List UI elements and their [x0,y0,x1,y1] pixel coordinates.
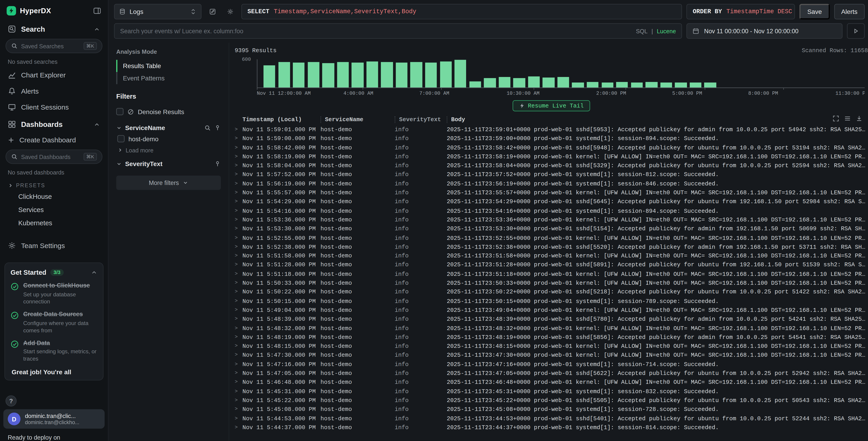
row-expand-icon[interactable]: > [235,179,243,188]
event-search-input[interactable] [120,28,632,34]
edit-source-button[interactable] [206,4,219,19]
row-expand-icon[interactable]: > [235,423,243,432]
table-row[interactable]: >Nov 11 5:48:39.000 PMhost-demoinfo2025-… [235,315,868,324]
get-started-header[interactable]: Get Started 3/3 [10,269,97,276]
order-by-input[interactable]: ORDER BY TimestampTime DESC [686,4,795,19]
column-header-service-name[interactable]: ServiceName [320,116,395,123]
sidebar-section-dashboards[interactable]: Dashboards [0,115,108,133]
histogram-bar[interactable] [322,63,334,87]
row-expand-icon[interactable]: > [235,396,243,405]
column-header-severity-text[interactable]: SeverityText [395,116,447,123]
mode-results-table[interactable]: Results Table [116,60,221,72]
histogram-bar[interactable] [351,63,364,88]
save-button[interactable]: Save [800,4,830,19]
table-row[interactable]: >Nov 11 5:45:22.000 PMhost-demoinfo2025-… [235,396,868,405]
histogram-bar[interactable] [308,62,319,88]
chevron-up-icon[interactable] [94,26,100,32]
row-expand-icon[interactable]: > [235,306,243,315]
row-expand-icon[interactable]: > [235,297,243,306]
histogram-bar[interactable] [469,82,481,87]
run-query-button[interactable] [847,23,865,39]
histogram-bar[interactable] [410,62,423,88]
row-expand-icon[interactable]: > [235,405,243,414]
table-row[interactable]: >Nov 11 5:58:04.000 PMhost-demoinfo2025-… [235,161,868,170]
sidebar-item-team-settings[interactable]: Team Settings [0,238,108,254]
histogram-bar[interactable] [601,83,613,87]
table-row[interactable]: >Nov 11 5:54:16.000 PMhost-demoinfo2025-… [235,206,868,215]
histogram-bar[interactable] [616,82,628,87]
table-row[interactable]: >Nov 11 5:57:52.000 PMhost-demoinfo2025-… [235,170,868,179]
histogram-bar[interactable] [396,63,408,88]
facet-option-host-demo[interactable]: host-demo [117,133,221,144]
histogram-bar[interactable] [499,77,510,87]
get-started-item[interactable]: Connect to ClickHouse Set up your databa… [10,282,97,305]
time-range-picker[interactable]: Nov 11 00:00:00 - Nov 12 00:00:00 [686,23,843,39]
user-menu[interactable]: D dominic.tran@clic... dominic.tran@clic… [3,409,105,429]
histogram-bar[interactable] [293,63,305,87]
table-row[interactable]: >Nov 11 5:49:04.000 PMhost-demoinfo2025-… [235,306,868,315]
row-expand-icon[interactable]: > [235,342,243,351]
histogram-bar[interactable] [528,77,540,88]
language-lucene-option[interactable]: Lucene [657,28,676,34]
sidebar-item-client-sessions[interactable]: Client Sessions [0,99,108,115]
histogram-bar[interactable] [631,83,643,87]
table-row[interactable]: >Nov 11 5:47:05.000 PMhost-demoinfo2025-… [235,369,868,378]
row-expand-icon[interactable]: > [235,152,243,161]
table-row[interactable]: >Nov 11 5:50:15.000 PMhost-demoinfo2025-… [235,297,868,306]
histogram-bar[interactable] [704,82,716,87]
histogram-bar[interactable] [381,62,393,88]
histogram-bar[interactable] [690,83,702,87]
row-expand-icon[interactable]: > [235,188,243,198]
expand-icon[interactable] [833,115,839,122]
load-more-button[interactable]: Load more [117,145,221,153]
more-filters-button[interactable]: More filters [116,176,221,190]
get-started-item[interactable]: Create Data Sources Configure where your… [10,311,97,333]
row-expand-icon[interactable]: > [235,288,243,297]
chevron-down-icon[interactable] [116,161,122,167]
denoise-checkbox[interactable] [116,108,124,115]
histogram-bar[interactable] [660,83,672,87]
facet-search-icon[interactable] [204,125,211,131]
table-row[interactable]: >Nov 11 5:52:55.000 PMhost-demoinfo2025-… [235,234,868,243]
preset-item-services[interactable]: Services [0,203,108,216]
saved-dashboards-field[interactable] [21,153,80,160]
row-expand-icon[interactable]: > [235,333,243,342]
source-settings-button[interactable] [224,4,237,19]
table-row[interactable]: >Nov 11 5:59:00.000 PMhost-demoinfo2025-… [235,134,868,143]
table-row[interactable]: >Nov 11 5:52:38.000 PMhost-demoinfo2025-… [235,242,868,252]
histogram-bar[interactable] [337,62,349,88]
table-row[interactable]: >Nov 11 5:46:48.000 PMhost-demoinfo2025-… [235,378,868,387]
pin-icon[interactable] [214,160,221,167]
table-row[interactable]: >Nov 11 5:45:31.000 PMhost-demoinfo2025-… [235,387,868,396]
histogram-bar[interactable] [513,78,525,87]
preset-item-kubernetes[interactable]: Kubernetes [0,217,108,230]
histogram-bar[interactable] [542,78,554,87]
saved-searches-input[interactable]: ⌘K [5,39,102,53]
table-row[interactable]: >Nov 11 5:44:53.000 PMhost-demoinfo2025-… [235,414,868,423]
sidebar-item-alerts[interactable]: Alerts [0,83,108,99]
row-expand-icon[interactable]: > [235,378,243,387]
row-expand-icon[interactable]: > [235,387,243,396]
alerts-button[interactable]: Alerts [834,4,865,19]
table-row[interactable]: >Nov 11 5:45:08.000 PMhost-demoinfo2025-… [235,405,868,414]
table-row[interactable]: >Nov 11 5:47:30.000 PMhost-demoinfo2025-… [235,351,868,360]
resume-live-tail-button[interactable]: Resume Live Tail [512,100,590,111]
row-expand-icon[interactable]: > [235,197,243,206]
saved-dashboards-input[interactable]: ⌘K [5,149,102,164]
histogram-bar[interactable] [440,61,452,87]
facet-severity-text[interactable]: SeverityText [116,160,221,167]
row-expand-icon[interactable]: > [235,261,243,270]
preset-item-clickhouse[interactable]: ClickHouse [0,190,108,203]
row-expand-icon[interactable]: > [235,278,243,288]
histogram-bar[interactable] [264,65,275,87]
presets-toggle[interactable]: PRESETS [0,178,108,190]
row-expand-icon[interactable]: > [235,360,243,369]
histogram-bar[interactable] [587,82,599,87]
mode-event-patterns[interactable]: Event Patterns [116,72,221,84]
table-row[interactable]: >Nov 11 5:55:57.000 PMhost-demoinfo2025-… [235,188,868,198]
table-row[interactable]: >Nov 11 5:47:16.000 PMhost-demoinfo2025-… [235,360,868,369]
language-sql-option[interactable]: SQL [636,28,648,34]
table-row[interactable]: >Nov 11 5:50:22.000 PMhost-demoinfo2025-… [235,288,868,297]
row-expand-icon[interactable]: > [235,252,243,261]
table-row[interactable]: >Nov 11 5:48:15.000 PMhost-demoinfo2025-… [235,342,868,351]
